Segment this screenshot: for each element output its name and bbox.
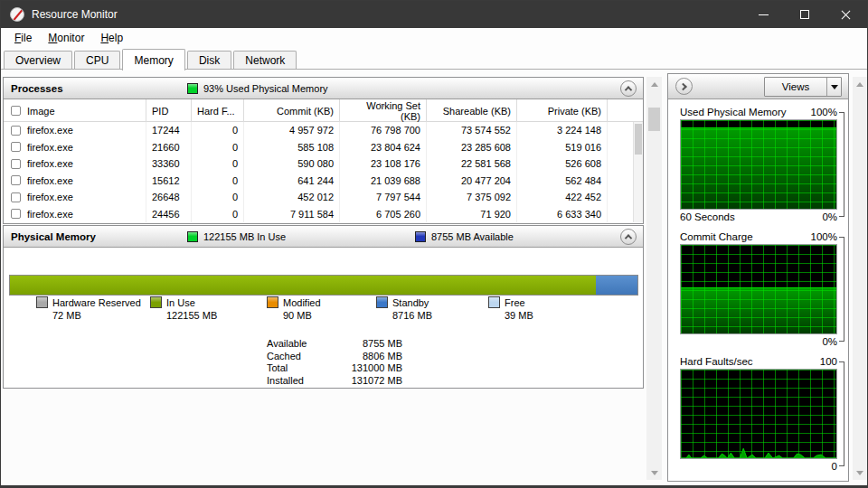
stat-total: Total131000 MB — [267, 362, 402, 375]
graph-plot-area — [680, 244, 837, 334]
physical-memory-title: Physical Memory — [11, 231, 96, 242]
row-checkbox[interactable] — [11, 209, 21, 219]
graph-title: Used Physical Memory — [680, 107, 787, 117]
graph-min-label: 0% — [822, 211, 837, 222]
resource-monitor-window: Resource Monitor File Monitor Help Overv… — [0, 0, 868, 488]
menu-monitor[interactable]: Monitor — [40, 29, 92, 47]
chevron-up-icon — [625, 234, 632, 241]
table-row[interactable]: firefox.exe 21660 0 585 108 23 804 624 2… — [4, 139, 643, 156]
legend-hardware-reserved: Hardware Reserved72 MB — [36, 296, 141, 322]
scroll-up-icon[interactable] — [853, 77, 867, 91]
tab-memory[interactable]: Memory — [122, 49, 184, 70]
legend-standby: Standby8716 MB — [376, 296, 432, 322]
column-image[interactable]: Image — [4, 99, 146, 122]
scroll-up-icon[interactable] — [646, 77, 662, 91]
graph-max-label: 100% — [811, 231, 837, 242]
column-shareable[interactable]: Shareable (KB) — [427, 99, 517, 122]
legend-modified: Modified90 MB — [267, 296, 321, 322]
hard-faults-spikes — [681, 370, 836, 458]
bar-segment-in-use — [10, 276, 596, 295]
maximize-icon — [800, 10, 809, 19]
app-icon — [10, 7, 24, 22]
processes-collapse-button[interactable] — [620, 80, 637, 97]
tab-network[interactable]: Network — [233, 51, 297, 70]
row-checkbox[interactable] — [11, 159, 21, 169]
column-private[interactable]: Private (KB) — [517, 99, 608, 122]
window-title: Resource Monitor — [32, 8, 118, 21]
in-use-swatch-icon — [150, 296, 162, 308]
tab-disk[interactable]: Disk — [187, 51, 231, 70]
graph-scale-bracket — [839, 237, 844, 342]
legend-free: Free39 MB — [488, 296, 533, 322]
in-use-status-text: 122155 MB In Use — [203, 231, 286, 242]
scroll-down-icon[interactable] — [853, 465, 867, 480]
column-pid[interactable]: PID — [146, 99, 192, 122]
available-status-text: 8755 MB Available — [431, 231, 514, 242]
collapse-sidebar-button[interactable] — [675, 78, 693, 95]
memory-usage-bar — [9, 275, 638, 296]
stat-installed: Installed131072 MB — [267, 375, 402, 388]
graph-plot-area — [680, 119, 837, 210]
minimize-button[interactable] — [742, 1, 784, 28]
used-memory-indicator-icon — [187, 83, 198, 94]
row-checkbox[interactable] — [11, 192, 21, 202]
processes-title: Processes — [11, 83, 63, 94]
scroll-down-icon[interactable] — [646, 465, 662, 480]
menu-bar: File Monitor Help — [1, 28, 867, 48]
menu-file[interactable]: File — [6, 29, 40, 47]
views-button[interactable]: Views — [764, 77, 842, 97]
row-checkbox[interactable] — [11, 175, 21, 185]
bar-segment-available — [596, 276, 637, 295]
row-checkbox[interactable] — [11, 126, 21, 136]
tab-overview[interactable]: Overview — [4, 51, 72, 70]
table-scrollbar-thumb[interactable] — [635, 124, 642, 155]
tab-cpu[interactable]: CPU — [74, 51, 120, 70]
standby-swatch-icon — [376, 296, 388, 308]
close-button[interactable] — [826, 1, 867, 28]
graphs-sidebar: Views Used Physical Memory 100% 60 Secon… — [667, 73, 849, 482]
graph-title: Commit Charge — [680, 231, 753, 242]
graph-scale-bracket — [839, 112, 844, 217]
main-scrollbar[interactable] — [646, 77, 662, 480]
table-row[interactable]: firefox.exe 24456 0 7 911 584 6 705 260 … — [4, 206, 643, 223]
table-row[interactable]: firefox.exe 15612 0 641 244 21 039 688 2… — [4, 173, 643, 190]
minimize-icon — [759, 14, 769, 15]
hardware-reserved-swatch-icon — [36, 296, 48, 308]
table-row[interactable]: firefox.exe 17244 0 4 957 972 76 798 700… — [4, 122, 643, 139]
processes-table: Image PID Hard F... Commit (KB) Working … — [4, 99, 643, 222]
graph-plot-area — [680, 369, 837, 459]
processes-panel: Processes 93% Used Physical Memory Image… — [3, 77, 644, 224]
column-working-set[interactable]: Working Set (KB) — [340, 99, 427, 122]
sidebar-header: Views — [668, 74, 848, 99]
processes-status-text: 93% Used Physical Memory — [203, 83, 328, 94]
select-all-checkbox[interactable] — [11, 106, 21, 116]
available-indicator-icon — [415, 231, 426, 242]
graph-min-label: 0 — [832, 461, 837, 472]
processes-header[interactable]: Processes 93% Used Physical Memory — [4, 78, 643, 99]
views-dropdown-arrow[interactable] — [826, 78, 841, 96]
in-use-indicator-icon — [187, 231, 198, 242]
maximize-button[interactable] — [784, 1, 826, 28]
content-area: Processes 93% Used Physical Memory Image… — [1, 70, 867, 485]
column-commit[interactable]: Commit (KB) — [244, 99, 340, 122]
main-scrollbar-thumb[interactable] — [648, 108, 660, 131]
graph-max-label: 100 — [820, 356, 837, 367]
table-row[interactable]: firefox.exe 33360 0 590 080 23 108 176 2… — [4, 155, 643, 173]
tab-bar: Overview CPU Memory Disk Network — [1, 48, 867, 70]
graph-scale-bracket — [839, 361, 844, 466]
title-bar: Resource Monitor — [1, 1, 867, 28]
graph-min-label: 0% — [822, 336, 837, 347]
column-hard-faults[interactable]: Hard F... — [192, 99, 244, 122]
physical-memory-collapse-button[interactable] — [620, 229, 637, 245]
menu-help[interactable]: Help — [92, 29, 131, 47]
sidebar-scrollbar[interactable] — [853, 77, 867, 480]
table-scrollbar[interactable] — [633, 122, 643, 222]
table-row[interactable]: firefox.exe 26648 0 452 012 7 797 544 7 … — [4, 189, 643, 206]
graph-max-label: 100% — [811, 107, 837, 117]
graph-title: Hard Faults/sec — [680, 356, 753, 367]
table-header-row: Image PID Hard F... Commit (KB) Working … — [4, 99, 643, 122]
memory-stats: Available8755 MB Cached8806 MB Total1310… — [267, 338, 402, 387]
row-checkbox[interactable] — [11, 142, 21, 152]
dropdown-arrow-icon — [831, 85, 838, 89]
physical-memory-header[interactable]: Physical Memory 122155 MB In Use 8755 MB… — [4, 226, 643, 248]
